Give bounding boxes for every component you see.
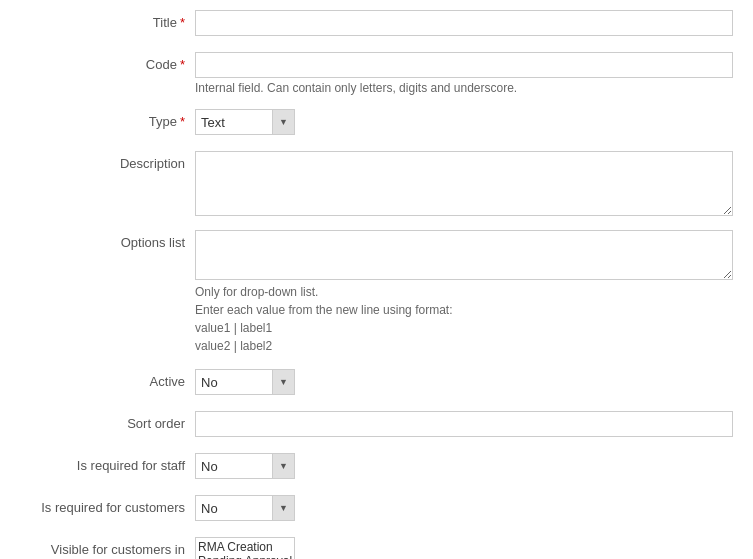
code-hint: Internal field. Can contain only letters… [195, 81, 733, 95]
title-required: * [180, 15, 185, 30]
code-input[interactable] [195, 52, 733, 78]
active-label: Active [20, 369, 195, 389]
is-required-customers-label-text: Is required for customers [41, 500, 185, 515]
options-list-textarea[interactable] [195, 230, 733, 280]
options-list-hints: Only for drop-down list. Enter each valu… [195, 283, 733, 355]
type-select[interactable]: Text Drop-down Checkbox Date [196, 110, 294, 134]
is-required-staff-select-wrapper: No Yes [195, 453, 295, 479]
visible-statuses-label: Visible for customers in statuses [20, 537, 195, 559]
is-required-staff-select[interactable]: No Yes [196, 454, 294, 478]
code-row: Code* Internal field. Can contain only l… [20, 52, 733, 95]
is-required-staff-label: Is required for staff [20, 453, 195, 473]
code-required: * [180, 57, 185, 72]
is-required-customers-select[interactable]: No Yes [196, 496, 294, 520]
visible-statuses-listbox-wrapper: RMA Creation Pending Approval Closed [195, 537, 295, 559]
type-row: Type* Text Drop-down Checkbox Date [20, 109, 733, 137]
is-required-customers-row: Is required for customers No Yes [20, 495, 733, 523]
active-select-wrapper: No Yes [195, 369, 295, 395]
visible-statuses-field: RMA Creation Pending Approval Closed [195, 537, 733, 559]
sort-order-label: Sort order [20, 411, 195, 431]
options-hint-1: Only for drop-down list. [195, 285, 318, 299]
options-list-label: Options list [20, 230, 195, 250]
active-select[interactable]: No Yes [196, 370, 294, 394]
title-label-text: Title [153, 15, 177, 30]
sort-order-row: Sort order [20, 411, 733, 439]
options-list-row: Options list Only for drop-down list. En… [20, 230, 733, 355]
code-field: Internal field. Can contain only letters… [195, 52, 733, 95]
description-label: Description [20, 151, 195, 171]
code-label: Code* [20, 52, 195, 72]
options-hint-4: value2 | label2 [195, 339, 272, 353]
is-required-staff-label-text: Is required for staff [77, 458, 185, 473]
type-label: Type* [20, 109, 195, 129]
type-label-text: Type [149, 114, 177, 129]
description-textarea[interactable] [195, 151, 733, 216]
visible-statuses-row: Visible for customers in statuses RMA Cr… [20, 537, 733, 559]
is-required-staff-row: Is required for staff No Yes [20, 453, 733, 481]
visible-statuses-listbox[interactable]: RMA Creation Pending Approval Closed [198, 540, 292, 559]
description-row: Description [20, 151, 733, 216]
options-hint-3: value1 | label1 [195, 321, 272, 335]
options-list-label-text: Options list [121, 235, 185, 250]
is-required-staff-field: No Yes [195, 453, 733, 479]
description-label-text: Description [120, 156, 185, 171]
is-required-customers-label: Is required for customers [20, 495, 195, 515]
options-hint-2: Enter each value from the new line using… [195, 303, 452, 317]
form-container: Title* Code* Internal field. Can contain… [0, 0, 753, 559]
is-required-customers-field: No Yes [195, 495, 733, 521]
options-list-field: Only for drop-down list. Enter each valu… [195, 230, 733, 355]
is-required-customers-select-wrapper: No Yes [195, 495, 295, 521]
type-required: * [180, 114, 185, 129]
active-field: No Yes [195, 369, 733, 395]
code-label-text: Code [146, 57, 177, 72]
active-label-text: Active [150, 374, 185, 389]
title-field [195, 10, 733, 36]
type-select-wrapper: Text Drop-down Checkbox Date [195, 109, 295, 135]
title-label: Title* [20, 10, 195, 30]
active-row: Active No Yes [20, 369, 733, 397]
visible-statuses-label-text: Visible for customers in statuses [51, 542, 185, 559]
sort-order-input[interactable] [195, 411, 733, 437]
sort-order-label-text: Sort order [127, 416, 185, 431]
type-field: Text Drop-down Checkbox Date [195, 109, 733, 135]
sort-order-field [195, 411, 733, 437]
title-row: Title* [20, 10, 733, 38]
description-field [195, 151, 733, 216]
title-input[interactable] [195, 10, 733, 36]
